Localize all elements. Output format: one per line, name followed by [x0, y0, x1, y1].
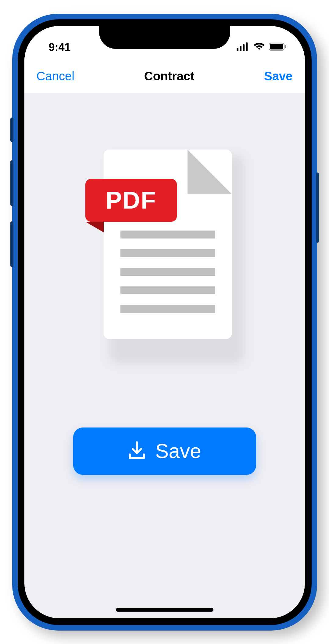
svg-rect-3: [246, 42, 248, 51]
navigation-bar: Cancel Contract Save: [24, 60, 305, 93]
pdf-badge-label: PDF: [106, 186, 156, 214]
notch: [99, 26, 230, 49]
status-time: 9:41: [49, 41, 71, 54]
page-fold-icon: [188, 150, 232, 194]
power-button: [316, 173, 319, 243]
save-button-label: Save: [155, 439, 201, 463]
nav-save-button[interactable]: Save: [264, 69, 292, 83]
document-lines: [120, 231, 215, 313]
phone-bezel: 9:41: [18, 19, 312, 625]
battery-icon: [269, 42, 287, 52]
svg-rect-5: [270, 44, 283, 49]
pdf-document-icon: PDF: [85, 150, 244, 363]
cellular-icon: [237, 42, 249, 52]
svg-rect-0: [237, 48, 238, 51]
document-page: [104, 150, 232, 339]
home-indicator[interactable]: [116, 608, 213, 612]
status-indicators: [237, 42, 287, 52]
download-icon: [128, 441, 146, 461]
svg-rect-2: [243, 44, 245, 51]
pdf-badge: PDF: [85, 179, 177, 222]
wifi-icon: [253, 42, 265, 52]
volume-up-button: [10, 160, 13, 206]
silent-switch: [10, 118, 13, 142]
svg-rect-6: [285, 45, 286, 48]
phone-frame: 9:41: [12, 14, 317, 631]
svg-rect-1: [240, 46, 241, 51]
content-area: PDF Save: [24, 93, 305, 475]
save-button[interactable]: Save: [73, 428, 256, 475]
cancel-button[interactable]: Cancel: [37, 69, 75, 83]
screen: 9:41: [24, 26, 305, 618]
volume-down-button: [10, 221, 13, 267]
page-title: Contract: [144, 69, 194, 83]
